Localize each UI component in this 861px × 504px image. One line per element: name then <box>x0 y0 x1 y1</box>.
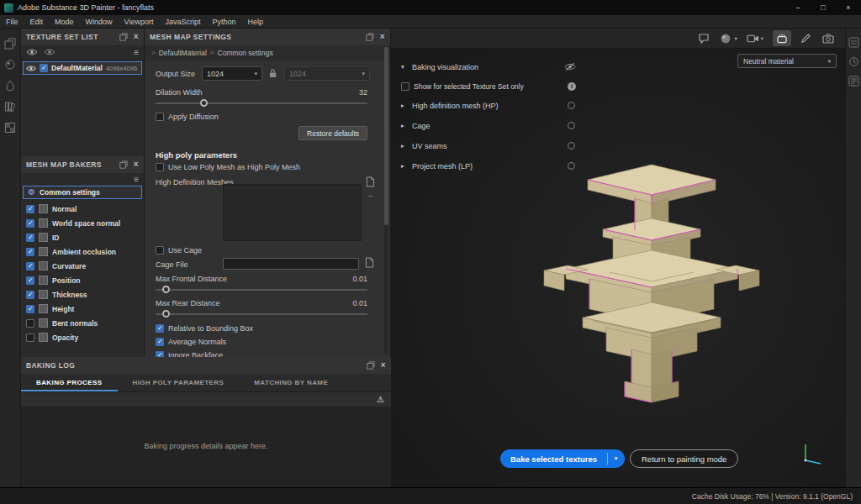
lock-icon[interactable] <box>268 68 277 79</box>
show-selected-checkbox[interactable] <box>401 82 409 91</box>
baker-row-curvature[interactable]: Curvature <box>21 259 144 273</box>
max-frontal-distance-value[interactable]: 0.01 <box>352 275 367 283</box>
relative-bounding-box-checkbox[interactable] <box>156 324 164 333</box>
baking-visualization-row[interactable]: ▾ Baking visualization <box>401 60 576 73</box>
dilation-width-slider[interactable] <box>156 99 367 107</box>
chevron-right-icon[interactable]: ▸ <box>401 142 408 150</box>
panels-icon[interactable] <box>4 38 16 50</box>
menu-viewport[interactable]: Viewport <box>119 15 160 28</box>
dock-panel-icon[interactable] <box>119 33 128 41</box>
average-normals-row[interactable]: Average Normals <box>156 338 226 346</box>
tab-baking-process[interactable]: BAKING PROCESS <box>21 374 118 391</box>
apply-diffusion-checkbox[interactable] <box>156 113 164 121</box>
materials-icon[interactable] <box>4 59 16 71</box>
properties-icon[interactable] <box>848 76 859 87</box>
baker-checkbox[interactable] <box>26 276 34 285</box>
comment-icon[interactable] <box>698 33 710 45</box>
tab-high-poly-parameters[interactable]: HIGH POLY PARAMETERS <box>118 374 240 391</box>
chevron-down-icon[interactable]: ▾ <box>761 35 763 42</box>
menu-python[interactable]: Python <box>206 15 241 28</box>
use-cage-row[interactable]: Use Cage <box>156 246 202 255</box>
use-cage-checkbox[interactable] <box>156 246 164 255</box>
show-selected-texture-set-row[interactable]: Show for selected Texture Set only i <box>401 80 576 92</box>
output-size-dropdown[interactable]: 1024▾ <box>202 66 262 81</box>
close-panel-icon[interactable]: × <box>380 33 385 41</box>
baker-checkbox[interactable] <box>26 305 34 313</box>
max-rear-distance-value[interactable]: 0.01 <box>352 299 367 307</box>
visibility-eye2-icon[interactable] <box>44 48 55 56</box>
bake-mode-icon[interactable] <box>773 30 791 46</box>
texture-set-row[interactable]: DefaultMaterial 4096x4096 <box>23 61 142 75</box>
minimize-button[interactable]: – <box>785 0 811 15</box>
filter-icon[interactable]: ≡ <box>134 175 139 184</box>
max-frontal-distance-slider[interactable] <box>156 286 367 293</box>
filter-icon[interactable]: ≡ <box>134 48 139 57</box>
ignore-backface-row[interactable]: Ignore Backface <box>156 351 223 357</box>
baker-row-opacity[interactable]: Opacity <box>21 330 144 344</box>
baker-row-height[interactable]: Height <box>21 302 144 316</box>
slider-knob[interactable] <box>200 99 208 107</box>
close-panel-icon[interactable]: × <box>134 160 139 169</box>
close-panel-icon[interactable]: × <box>134 33 139 41</box>
ignore-backface-checkbox[interactable] <box>156 351 164 357</box>
baker-row-position[interactable]: Position <box>21 273 144 287</box>
material-view-group[interactable]: ▾ <box>720 33 737 45</box>
baker-checkbox[interactable] <box>26 219 34 228</box>
baker-row-bent-normals[interactable]: Bent normals <box>21 316 144 330</box>
video-camera-icon[interactable] <box>747 33 759 45</box>
uv-seams-row[interactable]: ▸ UV seams <box>401 139 576 152</box>
warning-icon[interactable]: ⚠ <box>377 395 384 404</box>
dock-panel-icon[interactable] <box>367 361 375 370</box>
menu-edit[interactable]: Edit <box>24 15 50 28</box>
slider-knob[interactable] <box>162 310 170 318</box>
baker-row-world-space-normal[interactable]: World space normal <box>21 216 144 230</box>
baker-row-thickness[interactable]: Thickness <box>21 287 144 302</box>
tab-matching-by-name[interactable]: MATCHING BY NAME <box>239 374 343 391</box>
dilation-width-value[interactable]: 32 <box>359 88 367 97</box>
baker-row-ambient-occlusion[interactable]: Ambient occlusion <box>21 244 144 259</box>
display-settings-icon[interactable] <box>848 37 859 48</box>
eye-off-icon[interactable] <box>564 62 576 71</box>
menu-window[interactable]: Window <box>80 15 119 28</box>
menu-mode[interactable]: Mode <box>49 15 80 28</box>
texture-set-eye-icon[interactable] <box>26 65 36 72</box>
cage-file-input[interactable] <box>223 258 359 270</box>
environment-material-select[interactable]: Neutral material ▾ <box>737 54 837 68</box>
texture-set-checkbox[interactable] <box>40 64 48 72</box>
history-icon[interactable] <box>848 56 859 67</box>
maximize-button[interactable]: □ <box>811 0 836 15</box>
chevron-down-icon[interactable]: ▾ <box>734 35 737 42</box>
max-rear-distance-slider[interactable] <box>156 310 367 318</box>
baker-checkbox[interactable] <box>26 262 34 270</box>
baker-row-normal[interactable]: Normal <box>21 202 144 216</box>
chevron-down-icon[interactable]: ▾ <box>608 455 625 462</box>
render-camera-icon[interactable] <box>822 33 835 45</box>
dock-panel-icon[interactable] <box>119 160 128 169</box>
apply-diffusion-row[interactable]: Apply Diffusion <box>156 113 219 121</box>
visibility-ring-icon[interactable] <box>567 121 576 130</box>
scrollbar[interactable] <box>384 47 388 354</box>
viewport-3d[interactable]: ▾ ▾ Neutral material ▾ ▾ Baking visualiz… <box>391 29 845 487</box>
menu-help[interactable]: Help <box>241 15 269 28</box>
close-panel-icon[interactable]: × <box>381 361 386 370</box>
baker-row-id[interactable]: ID <box>21 230 144 244</box>
baker-checkbox[interactable] <box>26 319 34 328</box>
average-normals-checkbox[interactable] <box>156 338 164 346</box>
return-to-painting-mode-button[interactable]: Return to painting mode <box>630 449 738 468</box>
breadcrumb-common-settings[interactable]: Common settings <box>218 49 273 57</box>
use-low-poly-row[interactable]: Use Low Poly Mesh as High Poly Mesh <box>156 163 300 171</box>
scrollbar-thumb[interactable] <box>384 47 388 225</box>
chevron-right-icon[interactable]: ▸ <box>401 122 408 129</box>
camera-view-group[interactable]: ▾ <box>747 33 763 45</box>
material-sphere-icon[interactable] <box>720 33 732 45</box>
dock-panel-icon[interactable] <box>366 33 374 41</box>
cage-file-browse-icon[interactable] <box>365 257 374 268</box>
close-button[interactable]: × <box>836 0 861 15</box>
menu-file[interactable]: File <box>0 15 24 28</box>
shelf-icon[interactable] <box>4 101 16 113</box>
brushes-icon[interactable] <box>4 80 16 92</box>
high-definition-meshes-list[interactable] <box>223 184 362 241</box>
relative-bounding-box-row[interactable]: Relative to Bounding Box <box>156 324 253 333</box>
visibility-ring-icon[interactable] <box>567 141 576 150</box>
baker-checkbox[interactable] <box>26 205 34 213</box>
